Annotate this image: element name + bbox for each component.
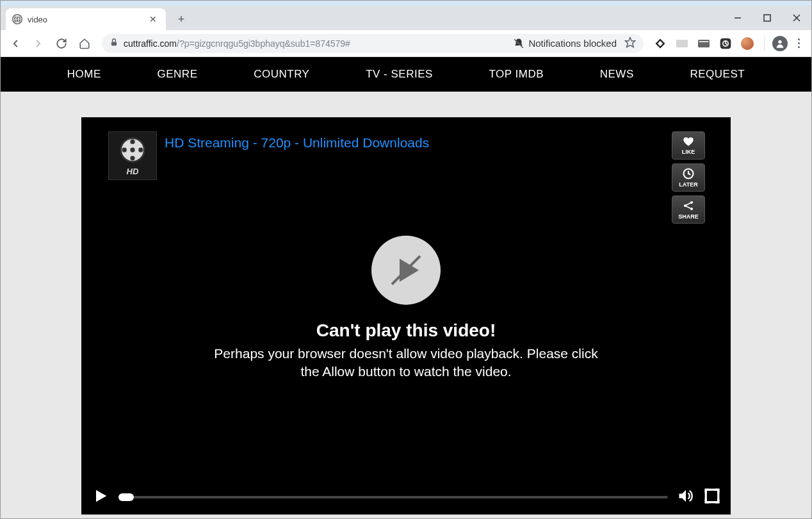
svg-rect-12 [698,40,710,47]
svg-point-22 [138,147,143,152]
svg-rect-11 [676,40,688,47]
play-button[interactable] [92,487,110,507]
browser-tab[interactable]: video ✕ [6,8,166,30]
heart-icon [682,136,695,147]
share-button[interactable]: SHARE [672,195,705,224]
reload-button[interactable] [52,34,71,53]
svg-marker-32 [96,490,106,502]
bell-slash-icon [513,38,524,49]
svg-rect-2 [764,15,770,21]
player-error-area: Can't play this video! Perhaps your brow… [214,235,598,381]
seek-thumb[interactable] [118,493,134,501]
hd-badge-label: HD [127,167,139,176]
tab-close-icon[interactable]: ✕ [147,14,159,24]
streaming-link[interactable]: HD Streaming - 720p - Unlimited Download… [165,135,429,151]
separator [764,37,765,51]
svg-point-19 [130,139,134,144]
profile-avatar[interactable] [772,36,788,51]
svg-point-20 [130,156,134,160]
browser-toolbar: cuttraffic.com/?p=gizgcnrqgu5gi3bphayq&s… [1,30,811,57]
svg-rect-5 [111,42,117,45]
fullscreen-button[interactable] [704,488,720,507]
window-controls [723,6,811,30]
tab-strip: video ✕ + [1,6,811,30]
chrome-menu-button[interactable] [792,35,806,52]
notifications-blocked-chip[interactable]: Notifications blocked [513,38,619,49]
nav-topimdb[interactable]: TOP IMDB [489,68,544,81]
nav-tvseries[interactable]: TV - SERIES [366,68,433,81]
page-content: HD HD Streaming - 720p - Unlimited Downl… [1,92,811,519]
window-titlebar [1,1,811,6]
forward-button[interactable] [29,34,48,53]
extension-icon-4[interactable] [717,35,735,53]
minimize-button[interactable] [723,6,752,30]
nav-request[interactable]: REQUEST [690,68,745,81]
extension-icon-3[interactable] [695,35,713,53]
notifications-blocked-label: Notifications blocked [528,38,617,49]
window-close-button[interactable] [782,6,811,30]
nav-genre[interactable]: GENRE [158,68,198,81]
svg-line-28 [686,203,690,205]
svg-line-29 [686,206,690,208]
nav-country[interactable]: COUNTRY [254,68,309,81]
like-label: LIKE [682,149,695,155]
svg-marker-8 [626,38,635,47]
hd-badge: HD [108,131,157,180]
clock-icon [682,167,695,180]
player-controls [81,480,731,515]
error-title: Can't play this video! [214,320,598,340]
share-label: SHARE [678,213,699,220]
seek-bar[interactable] [118,496,668,498]
url-text: cuttraffic.com/?p=gizgcnrqgu5gi3bphayq&s… [124,38,508,49]
big-play-disabled-icon[interactable] [371,235,441,304]
back-button[interactable] [6,34,25,53]
nav-news[interactable]: NEWS [600,68,634,81]
svg-point-21 [122,147,127,152]
svg-point-16 [778,40,781,43]
globe-icon [12,14,22,24]
video-player: HD HD Streaming - 720p - Unlimited Downl… [81,117,731,515]
address-bar[interactable]: cuttraffic.com/?p=gizgcnrqgu5gi3bphayq&s… [102,34,644,53]
home-button[interactable] [75,34,94,53]
extension-icon-5[interactable] [738,35,756,53]
svg-rect-34 [706,490,719,502]
player-action-buttons: LIKE LATER SHARE [672,131,705,224]
volume-button[interactable] [677,487,695,507]
extension-area [651,35,806,53]
extension-icon-2[interactable] [673,35,691,53]
extension-icon-1[interactable] [651,35,669,53]
error-subtext: Perhaps your browser doesn't allow video… [214,344,598,381]
later-button[interactable]: LATER [672,163,705,192]
film-reel-icon [118,136,147,164]
maximize-button[interactable] [752,6,782,30]
svg-rect-13 [699,41,709,42]
later-label: LATER [679,181,697,188]
bookmark-star-icon[interactable] [624,37,636,50]
new-tab-button[interactable]: + [172,10,190,28]
tab-title: video [28,15,142,24]
svg-marker-30 [400,258,419,281]
svg-marker-33 [679,490,686,502]
svg-point-23 [130,147,134,152]
like-button[interactable]: LIKE [672,131,705,160]
share-icon [682,199,695,212]
lock-icon [110,38,118,49]
nav-home[interactable]: HOME [67,68,101,81]
site-nav: HOME GENRE COUNTRY TV - SERIES TOP IMDB … [1,57,811,92]
